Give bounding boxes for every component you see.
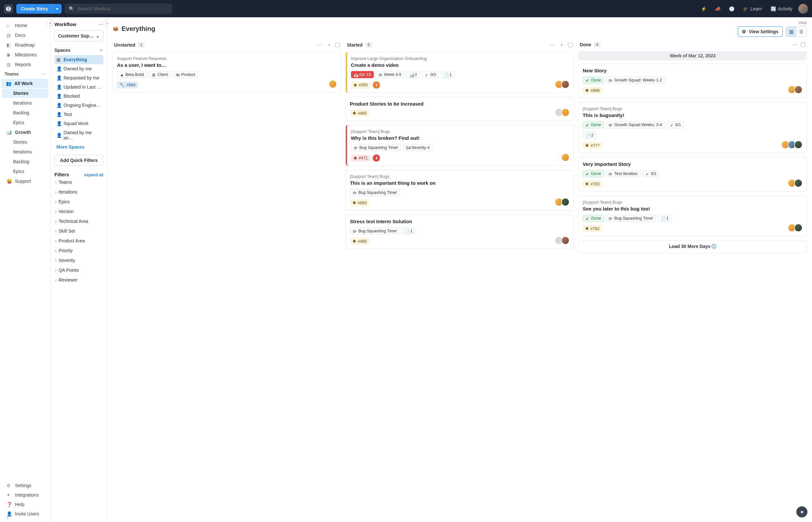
- col-more-icon[interactable]: ⋯: [548, 42, 555, 48]
- activity-link[interactable]: 🔄Activity: [771, 6, 792, 12]
- add-quick-filters-button[interactable]: Add Quick Filters: [55, 155, 103, 166]
- chip[interactable]: ⚙Client: [149, 71, 171, 78]
- search-box[interactable]: 🔍: [65, 4, 172, 14]
- nav-integrations[interactable]: ✦Integrations: [2, 490, 48, 500]
- create-story-button[interactable]: Create Story ▾: [16, 4, 62, 14]
- story-id-pill[interactable]: ✱#896: [583, 87, 602, 94]
- filter-row[interactable]: ›Iterations: [55, 187, 103, 197]
- wf-collapse-icon[interactable]: ‹: [104, 19, 107, 26]
- view-settings-button[interactable]: ⚙View Settings: [738, 26, 783, 37]
- chip[interactable]: 📄2: [583, 132, 596, 139]
- expand-all-link[interactable]: expand all: [84, 173, 103, 177]
- story-card[interactable]: Improve Large Organization OnboardingCre…: [346, 52, 574, 93]
- more-spaces-link[interactable]: More Spaces: [55, 142, 103, 152]
- learn-link[interactable]: 🎓Learn: [743, 6, 762, 12]
- col-add-icon[interactable]: ＋: [558, 41, 565, 48]
- chip[interactable]: ✔Done: [583, 170, 604, 177]
- teams-more-icon[interactable]: ⋯: [41, 72, 46, 77]
- owner-avatar[interactable]: [794, 140, 803, 149]
- col-select-checkbox[interactable]: [801, 42, 806, 47]
- space-item[interactable]: 👤Blocked: [55, 92, 103, 101]
- col-add-icon[interactable]: ＋: [326, 41, 333, 48]
- nav-reports[interactable]: ▥Reports: [2, 60, 48, 69]
- owner-avatar[interactable]: [561, 153, 570, 162]
- space-item[interactable]: 👤Test: [55, 110, 103, 119]
- chip[interactable]: S4Severity 4: [403, 144, 433, 151]
- nav-docs[interactable]: ▤Docs: [2, 31, 48, 40]
- chip[interactable]: ⟳Bug Squashing Time!: [350, 227, 400, 235]
- story-id-pill[interactable]: 🔧#994: [117, 81, 138, 88]
- owner-avatar[interactable]: [794, 223, 803, 232]
- bolt-icon[interactable]: ⚡: [701, 6, 706, 12]
- col-more-icon[interactable]: ⋯: [791, 41, 798, 48]
- chip[interactable]: ✔Done: [583, 215, 604, 222]
- priority-icon[interactable]: ⬆: [373, 81, 380, 88]
- filter-row[interactable]: ›Skill Set: [55, 226, 103, 236]
- story-card[interactable]: [Support Team] BugsThis is an important …: [346, 170, 574, 210]
- filter-row[interactable]: ›Reviewer: [55, 275, 103, 285]
- space-item[interactable]: 👤Requested by me: [55, 73, 103, 82]
- chip[interactable]: 📄1: [402, 227, 416, 235]
- nav-help[interactable]: ❓Help: [2, 500, 48, 509]
- story-card[interactable]: Stress test Interm Solution⟳Bug Squashin…: [346, 215, 574, 249]
- owner-avatar[interactable]: [794, 85, 803, 94]
- owner-avatar[interactable]: [561, 198, 570, 206]
- nav-all-iterations[interactable]: Iterations: [2, 98, 48, 107]
- chip[interactable]: 📄1: [441, 71, 454, 78]
- space-item[interactable]: 👤Owned by me an…: [55, 128, 103, 142]
- owner-avatar[interactable]: [561, 80, 570, 88]
- story-id-pill[interactable]: ✱#777: [583, 142, 602, 149]
- nav-settings[interactable]: ⚙Settings: [2, 481, 48, 490]
- chip[interactable]: ✓0/1: [643, 170, 659, 177]
- view-list-icon[interactable]: ☰: [796, 27, 807, 37]
- chip[interactable]: ⟳Week 4-5: [376, 71, 404, 78]
- owner-avatar[interactable]: [561, 236, 570, 245]
- user-avatar[interactable]: [798, 4, 808, 14]
- chip[interactable]: ▲Beta Build: [117, 71, 147, 78]
- nav-milestones[interactable]: ◉Milestones: [2, 50, 48, 59]
- nav-growth[interactable]: 📊Growth: [2, 128, 48, 137]
- col-select-checkbox[interactable]: [335, 43, 340, 47]
- workflow-select[interactable]: Customer Sup…⌄: [55, 30, 103, 41]
- space-item[interactable]: 👤Updated in Last …: [55, 82, 103, 92]
- story-card[interactable]: [Support Team] BugsWhy is this broken? F…: [346, 125, 574, 166]
- col-more-icon[interactable]: ⋯: [316, 42, 323, 48]
- priority-icon[interactable]: ⬆: [373, 155, 380, 162]
- story-id-pill[interactable]: ✱#893: [350, 199, 369, 206]
- filter-row[interactable]: ›Product Area: [55, 236, 103, 246]
- nav-growth-epics[interactable]: Epics: [2, 167, 48, 176]
- chip[interactable]: 📅Apr 15: [351, 71, 374, 78]
- story-card[interactable]: New Story✔Done⟳Growth Squad: Weeks 1-2✱#…: [578, 63, 807, 98]
- chip[interactable]: ✓0/1: [667, 121, 684, 128]
- workflow-more-icon[interactable]: ⋯: [98, 21, 103, 27]
- story-id-pill[interactable]: ✱#762: [583, 225, 602, 232]
- nav-growth-backlog[interactable]: Backlog: [2, 157, 48, 166]
- space-item[interactable]: ▣Everything: [55, 55, 103, 64]
- chip[interactable]: ⟳Growth Squad: Weeks 1-2: [606, 77, 665, 84]
- owner-avatar[interactable]: [328, 80, 337, 88]
- story-id-pill[interactable]: ✱#466: [350, 238, 369, 245]
- nav-collapse-icon[interactable]: ‹: [46, 19, 54, 26]
- chip[interactable]: ✓0/3: [422, 71, 439, 78]
- filter-row[interactable]: ›Priority: [55, 246, 103, 256]
- chip[interactable]: ⟳Bug Squashing Time!: [350, 189, 400, 196]
- space-item[interactable]: 👤Owned by me: [55, 64, 103, 73]
- story-card[interactable]: [Support Team] BugsThis is bugsanity!✔Do…: [578, 102, 807, 153]
- filter-row[interactable]: ›QA Points: [55, 265, 103, 275]
- owner-avatar[interactable]: [561, 108, 570, 117]
- nav-home[interactable]: ⌂Home: [2, 21, 48, 30]
- clock-icon[interactable]: 🕘: [729, 6, 734, 12]
- chip[interactable]: 🛍Product: [173, 71, 198, 78]
- add-space-icon[interactable]: ＋: [99, 47, 103, 53]
- app-logo[interactable]: [4, 4, 13, 13]
- help-fab-icon[interactable]: ★: [796, 506, 808, 518]
- story-card[interactable]: Support Feature RequestsAs a user, I wan…: [113, 52, 341, 93]
- nav-invite[interactable]: 👤⁺Invite Users: [2, 509, 48, 518]
- nav-all-epics[interactable]: Epics: [2, 118, 48, 127]
- announce-icon[interactable]: 📣: [715, 6, 720, 12]
- chip[interactable]: 📊2: [406, 71, 420, 78]
- nav-growth-stories[interactable]: Stories: [2, 138, 48, 147]
- space-item[interactable]: 👤Squad Work: [55, 119, 103, 128]
- chip[interactable]: ✔Done: [583, 121, 604, 128]
- create-story-label[interactable]: Create Story: [16, 4, 53, 14]
